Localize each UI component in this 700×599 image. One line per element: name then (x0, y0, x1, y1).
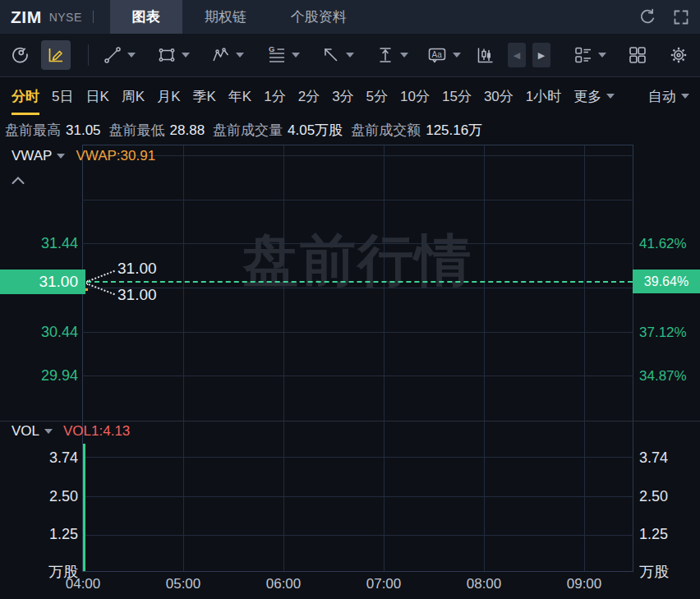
period-tab-3m[interactable]: 3分 (332, 77, 353, 115)
premarket-stats-bar: 盘前最高31.05 盘前最低28.88 盘前成交量4.05万股 盘前成交额125… (0, 116, 700, 144)
period-label: 周K (122, 87, 145, 106)
top-bar: ZIM NYSE 图表 期权链 个股资料 (0, 0, 700, 34)
gridline-vertical (183, 145, 184, 571)
chevron-up-icon (11, 175, 25, 186)
gann-lines-icon: G (267, 45, 287, 65)
caret-down-icon[interactable] (44, 429, 53, 434)
volume-axis-label: 3.74 (639, 449, 668, 467)
gear-icon (669, 45, 688, 65)
gridline-horizontal (82, 376, 633, 376)
period-tab-10m[interactable]: 10分 (400, 77, 430, 115)
grid-icon (628, 45, 647, 65)
prev-arrow-icon: ◀ (513, 50, 520, 61)
text-bubble-icon: Aa (426, 45, 448, 65)
period-more-dropdown[interactable]: 更多 (573, 77, 615, 115)
pane-divider[interactable] (0, 421, 700, 422)
gridline-vertical (283, 145, 284, 571)
caret-down-icon (127, 53, 136, 58)
text-annotation-tool[interactable]: Aa (426, 45, 461, 65)
tab-chart[interactable]: 图表 (110, 0, 182, 34)
gridline-vertical (633, 145, 633, 571)
gridline-vertical (584, 145, 585, 571)
price-callout-bottom: 31.00 (117, 286, 157, 304)
period-label: 1分 (264, 87, 285, 106)
gridline-horizontal (82, 457, 633, 458)
period-tab-monthly[interactable]: 月K (157, 77, 180, 115)
next-arrow-icon: ▶ (538, 50, 545, 61)
vol-selector[interactable]: VOL (12, 423, 39, 440)
caret-down-icon (346, 53, 354, 58)
tab-stock-info[interactable]: 个股资料 (269, 0, 369, 34)
layout-grid-button[interactable] (628, 45, 647, 65)
period-label: 15分 (442, 87, 472, 106)
period-tab-yearly[interactable]: 年K (228, 77, 251, 115)
period-tab-5m[interactable]: 5分 (366, 77, 388, 115)
objects-list-button[interactable] (573, 45, 606, 65)
vwap-indicator-header: VWAP VWAP:30.91 (12, 148, 155, 164)
current-price-badge: 31.00 (0, 270, 85, 294)
cursor-mode-button[interactable] (10, 45, 30, 66)
period-tab-daily[interactable]: 日K (85, 77, 108, 115)
tab-option-chain[interactable]: 期权链 (182, 0, 269, 34)
period-label: 10分 (400, 87, 430, 106)
caret-down-icon[interactable] (57, 154, 65, 159)
draw-tool-button[interactable] (41, 40, 71, 70)
volume-axis-label: 3.74 (0, 449, 78, 467)
cursor-mode-icon (10, 45, 30, 66)
wave-tool[interactable] (211, 45, 244, 65)
gann-lines-tool[interactable]: G (267, 45, 300, 65)
period-more-label: 更多 (573, 87, 601, 106)
tab-stock-info-label: 个股资料 (291, 7, 347, 26)
period-tab-1m[interactable]: 1分 (264, 77, 285, 115)
auto-scale-label: 自动 (648, 87, 676, 106)
percent-axis-label: 37.12% (639, 325, 687, 341)
period-tab-weekly[interactable]: 周K (122, 77, 145, 115)
period-tab-5d[interactable]: 5日 (52, 77, 73, 115)
rectangle-icon (157, 45, 177, 65)
measure-tool[interactable] (375, 45, 408, 65)
gridline-vertical (484, 145, 485, 571)
caret-down-icon (453, 53, 461, 58)
settings-button[interactable] (669, 45, 688, 65)
gridline-horizontal (82, 200, 633, 200)
polyline-icon (211, 45, 231, 65)
shape-tool[interactable] (157, 45, 190, 65)
period-tab-15m[interactable]: 15分 (442, 77, 472, 115)
drawing-toolbar: G Aa (0, 34, 700, 77)
gridline-horizontal (82, 155, 633, 156)
caret-down-icon (606, 94, 615, 99)
time-axis-label: 06:00 (259, 576, 308, 592)
trend-line-tool[interactable] (103, 45, 136, 65)
vwap-selector[interactable]: VWAP (12, 148, 52, 164)
auto-scale-dropdown[interactable]: 自动 (648, 77, 689, 115)
period-label: 30分 (484, 87, 513, 106)
fullscreen-icon[interactable] (672, 8, 690, 26)
caret-down-icon (182, 53, 190, 58)
trading-app-window: ZIM NYSE 图表 期权链 个股资料 (0, 0, 700, 599)
time-axis-label: 08:00 (459, 576, 509, 592)
gridline-horizontal (82, 535, 633, 536)
toolbar-divider (88, 44, 89, 66)
time-axis-label: 04:00 (58, 576, 108, 592)
collapse-pane-button[interactable] (11, 175, 25, 186)
period-tab-intraday[interactable]: 分时 (12, 77, 39, 115)
gridline-vertical (384, 145, 385, 571)
gridline-horizontal (82, 496, 633, 497)
tab-chart-label: 图表 (132, 7, 160, 26)
refresh-icon[interactable] (638, 7, 657, 27)
arrow-tool[interactable] (321, 45, 354, 65)
period-tab-1h[interactable]: 1小时 (526, 77, 561, 115)
percent-axis-label: 41.62% (639, 236, 687, 252)
caret-down-icon (400, 53, 408, 58)
chart-style-button[interactable] (476, 45, 495, 65)
price-axis-label: 29.94 (0, 367, 78, 385)
gridline-horizontal (82, 288, 633, 288)
period-tab-30m[interactable]: 30分 (484, 77, 513, 115)
objects-list-icon (573, 45, 593, 65)
caret-down-icon (292, 53, 300, 58)
prev-button[interactable]: ◀ (508, 43, 526, 67)
trend-line-icon (103, 45, 122, 65)
period-tab-quarterly[interactable]: 季K (193, 77, 216, 115)
period-tab-2m[interactable]: 2分 (298, 77, 320, 115)
next-button[interactable]: ▶ (532, 43, 550, 67)
